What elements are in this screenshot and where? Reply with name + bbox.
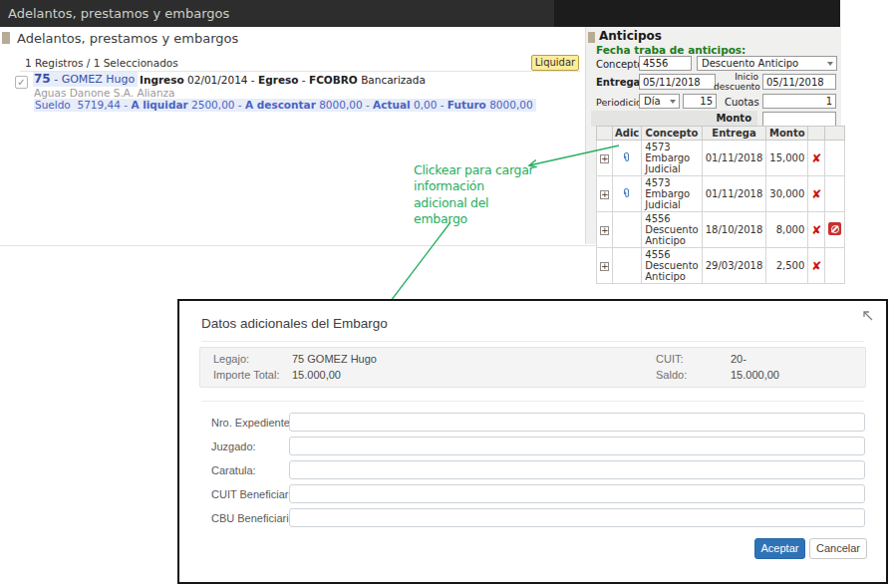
anticipos-table: Adic Concepto Entrega Monto + 4573 Embar… [596,126,845,284]
cuotas-input[interactable] [762,94,836,109]
page-title: Adelantos, prestamos y embargos [17,31,238,46]
cuit-label: CUIT: [656,353,684,365]
delete-icon[interactable]: ✘ [808,176,825,212]
liquidar-button[interactable]: Liquidar [531,55,579,71]
record-name: - GOMEZ Hugo [54,73,135,86]
record-name-link[interactable]: 75 - GOMEZ Hugo [33,72,138,87]
caratula-input[interactable] [289,460,865,479]
record-checkbox[interactable]: ✓ [15,76,28,89]
legajo-label: Legajo: [213,353,249,365]
collapse-arrow-icon[interactable] [861,309,874,322]
cbu-beneficiario-input[interactable] [289,508,865,527]
expand-icon[interactable]: + [600,190,609,199]
record-legajo: 75 [34,72,51,86]
modal-divider [201,401,864,402]
inicio-descuento-input[interactable] [762,74,836,90]
fecha-traba-label: Fecha traba de anticipos: [596,44,746,56]
modal-divider [201,341,864,342]
entrega-input[interactable] [639,74,716,90]
cbu-beneficiario-label: CBU Beneficiario: [211,508,298,528]
legajo-value: 75 GOMEZ Hugo [292,353,377,365]
monto-input[interactable] [762,112,836,127]
aceptar-button[interactable]: Aceptar [754,538,805,559]
concepto-label: Concepto [596,59,643,70]
cell-monto: 30,000 [766,176,808,212]
cuit-beneficiario-input[interactable] [289,484,865,503]
expand-icon[interactable]: + [600,226,609,235]
juzgado-label: Juzgado: [211,437,256,456]
periodicidad-value-input[interactable] [683,94,717,109]
concepto-code-input[interactable] [639,56,692,71]
cell-entrega: 01/11/2018 [702,141,766,176]
cell-concepto: 4573 Embargo Judicial [642,176,702,212]
records-summary: 1 Registros / 1 Seleccionados [25,57,178,69]
expand-icon[interactable]: + [600,262,609,271]
delete-icon[interactable]: ✘ [808,248,825,284]
col-entrega: Entrega [702,127,766,141]
cancelar-button[interactable]: Cancelar [809,538,867,559]
delete-icon[interactable]: ✘ [808,141,825,176]
inicio-descuento-label: Iniciodescuento [714,72,758,93]
expand-icon[interactable]: + [600,154,609,163]
cell-concepto: 4556 Descuento Anticipo [642,248,702,284]
periodicidad-unit-select[interactable]: Día [639,94,680,109]
cell-entrega: 01/11/2018 [702,176,766,212]
cell-entrega: 18/10/2018 [702,212,766,248]
table-header-row: Adic Concepto Entrega Monto [597,127,845,141]
adic-paperclip-icon[interactable] [621,187,633,199]
record-salary-line: Sueldo 5719,44 - A liquidar 2500,00 - A … [34,99,536,112]
col-concepto: Concepto [642,127,702,141]
main-collapse-handle-icon[interactable] [2,32,10,44]
saldo-label: Saldo: [656,369,687,381]
table-row: + 4573 Embargo Judicial 01/11/2018 15,00… [597,141,845,176]
top-title-bar: Adelantos, prestamos y embargos [0,0,840,27]
col-monto: Monto [766,127,808,141]
anticipos-panel: Anticipos Fecha traba de anticipos: Conc… [585,27,841,244]
cell-entrega: 29/03/2018 [702,248,766,284]
saldo-value: 15.000,00 [731,369,779,381]
anticipos-collapse-handle-icon[interactable] [588,32,595,43]
cuit-value: 20- [731,353,746,365]
table-row: + 4556 Descuento Anticipo 18/10/2018 8,0… [597,212,845,248]
concepto-select[interactable]: Descuento Anticipo [697,56,837,71]
monto-label: Monto [591,111,757,127]
cell-monto: 15,000 [766,141,808,176]
window-title: Adelantos, prestamos y embargos [8,0,229,27]
nro-expediente-input[interactable] [289,413,865,432]
col-adic: Adic [613,127,642,141]
caratula-label: Caratula: [211,460,256,480]
embargo-modal: Datos adicionales del Embargo Legajo: 75… [177,299,888,584]
anticipos-title: Anticipos [599,29,662,43]
juzgado-input[interactable] [289,437,865,455]
cell-monto: 8,000 [766,212,808,248]
importe-total-value: 15.000,00 [292,369,341,381]
entrega-label: Entrega [596,77,640,88]
embargo-info-box: Legajo: 75 GOMEZ Hugo CUIT: 20- Importe … [199,347,866,388]
cell-monto: 2,500 [766,248,808,284]
record-company: Aguas Danone S.A. Alianza [34,87,175,99]
chevron-down-icon [670,100,676,104]
record-status-line: Ingreso 02/01/2014 - Egreso - FCOBRO Ban… [140,74,426,86]
cell-concepto: 4573 Embargo Judicial [642,141,702,176]
cuotas-label: Cuotas [725,97,759,108]
importe-total-label: Importe Total: [213,369,279,381]
adic-paperclip-icon[interactable] [621,151,633,163]
cuit-beneficiario-label: CUIT Beneficiario: [211,484,300,504]
top-title-bar-right [554,0,840,27]
cell-concepto: 4556 Descuento Anticipo [642,212,702,248]
blocked-icon[interactable] [828,222,841,235]
table-row: + 4556 Descuento Anticipo 29/03/2018 2,5… [597,248,845,284]
chevron-down-icon [827,62,833,66]
screen: Adelantos, prestamos y embargos Adelanto… [0,0,895,588]
delete-icon[interactable]: ✘ [808,212,825,248]
modal-title: Datos adicionales del Embargo [201,316,388,331]
annotation-note: Clickear para cargar información adicion… [414,162,538,227]
table-row: + 4573 Embargo Judicial 01/11/2018 30,00… [597,176,845,212]
nro-expediente-label: Nro. Expediente: [211,413,293,433]
